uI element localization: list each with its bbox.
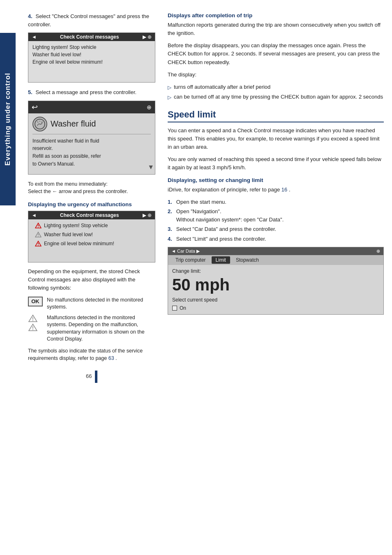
screen1-header: ◄ Check Control messages ▶ ⊕ [28, 33, 155, 41]
sub-body: iDrive, for explanation of principle, re… [168, 186, 384, 194]
step-4: 4. Select "Check Control messages" and p… [28, 12, 155, 28]
screen1-item2: Washer fluid level low! [32, 51, 151, 58]
warning-icon-1 [35, 222, 42, 229]
select-speed-label: Select current speed [172, 297, 379, 303]
speed-step-2: 2. Open "Navigation".Without navigation … [168, 207, 384, 223]
step-5-text: Select a message and press the controlle… [35, 89, 136, 95]
speed-body1: You can enter a speed and a Check Contro… [168, 127, 384, 151]
exit-text1: To exit from the menu immediately: [28, 181, 108, 187]
ok-desc: No malfunctions detected in the monitore… [47, 297, 155, 311]
bullet-arrow-2: ▷ [168, 94, 171, 101]
screen3-icons: ▶ ⊕ [143, 212, 152, 218]
screen3-mockup: ◄ Check Control messages ▶ ⊕ Lighting sy… [28, 211, 155, 263]
speed-limit-heading: Speed limit [168, 109, 384, 122]
screen1-arrow: ◄ [32, 34, 37, 40]
speed-body2: You are only warned of reaching this spe… [168, 155, 384, 172]
exit-instructions: To exit from the menu immediately: Selec… [28, 180, 155, 196]
exit-text2: Select the ← arrow and press the control… [28, 189, 128, 194]
car-data-header: ◄ Car Data ▶ ⊕ [168, 247, 383, 255]
ok-symbol: OK [28, 297, 43, 306]
speed-step-1: 1. Open the start menu. [168, 198, 384, 206]
page-bar [95, 371, 97, 383]
speed-step-3: 3. Select "Car Data" and press the contr… [168, 225, 384, 233]
service-text: The symbols also indicate the status of … [28, 347, 155, 363]
bullet-arrow-1: ▷ [168, 84, 171, 91]
speed-steps: 1. Open the start menu. 2. Open "Navigat… [168, 198, 384, 243]
screen3-body: Lighting system! Stop vehicle Washer flu… [28, 219, 155, 262]
screen1-item1: Lighting system! Stop vehicle [32, 44, 151, 51]
warn-text2: Washer fluid level low! [44, 232, 93, 237]
right-column: Displays after completion of trip Malfun… [168, 12, 384, 383]
screen2-body: Washer fluid Insufficient washer fluid i… [28, 113, 155, 174]
checkbox-row: On [172, 305, 379, 311]
service-link[interactable]: 63 [108, 355, 114, 361]
car-data-header-icon: ⊕ [376, 249, 380, 254]
washer-symbol-svg [34, 118, 46, 130]
screen2-desc3: Refill as soon as possible, refer [32, 153, 151, 160]
screen2-icon: ⊕ [147, 104, 152, 111]
symbol-row-ok: OK No malfunctions detected in the monit… [28, 297, 155, 311]
screen2-title: Washer fluid [51, 119, 96, 129]
speed-step-4: 4. Select "Limit" and press the controll… [168, 235, 384, 243]
screen2-header: ↩ ⊕ [28, 101, 155, 113]
displays-body2: Before the display disappears, you can d… [168, 41, 384, 66]
svg-point-9 [38, 236, 39, 237]
washer-icon [32, 117, 47, 131]
screen1-title: Check Control messages [60, 34, 119, 40]
svg-point-12 [38, 245, 39, 246]
step-5-num: 5. [28, 89, 32, 95]
displays-bullets: ▷ turns off automatically after a brief … [168, 83, 384, 101]
screen2-back: ↩ [32, 103, 38, 112]
warn-text3: Engine oil level below minimum! [44, 241, 114, 246]
screen3-title: Check Control messages [60, 212, 119, 218]
screen2-title-row: Washer fluid [32, 117, 151, 134]
screen2-desc1: Insufficient washer fluid in fluid [32, 138, 151, 145]
tab-stopwatch[interactable]: Stopwatch [232, 256, 263, 264]
on-label: On [180, 305, 186, 311]
on-checkbox[interactable] [172, 306, 177, 311]
car-data-title: ◄ Car Data ▶ [171, 249, 200, 254]
screen1-icons: ▶ ⊕ [143, 34, 152, 40]
car-data-body: Change limit: 50 mph Select current spee… [168, 265, 383, 314]
svg-point-6 [38, 227, 39, 228]
svg-line-2 [37, 122, 38, 122]
warn-symbols [28, 314, 43, 332]
sidebar-text: Everything under control [4, 73, 12, 166]
displays-body1: Malfunction reports generated during the… [168, 21, 384, 37]
change-limit-label: Change limit: [172, 268, 379, 274]
bullet-item-2: ▷ can be turned off at any time by press… [168, 93, 384, 101]
left-column: 4. Select "Check Control messages" and p… [28, 12, 155, 383]
step-4-num: 4. [28, 13, 32, 19]
warning-icon-2 [35, 231, 42, 238]
car-data-tabs: Trip computer Limit Stopwatch [168, 255, 383, 265]
tab-trip-computer[interactable]: Trip computer [171, 256, 210, 264]
svg-line-3 [42, 122, 42, 122]
screen1-body: Lighting system! Stop vehicle Washer flu… [28, 41, 155, 82]
warn-item2: Washer fluid level low! [32, 230, 152, 239]
warn-item3: Engine oil level below minimum! [32, 239, 152, 248]
sub-heading: Displaying, setting or changing limit [168, 177, 384, 183]
sub-link[interactable]: 16 [281, 187, 287, 193]
bullet-item-1: ▷ turns off automatically after a brief … [168, 83, 384, 91]
depending-text: Depending on the equipment, the stored C… [28, 267, 155, 292]
car-data-screen: ◄ Car Data ▶ ⊕ Trip computer Limit Stopw… [168, 247, 384, 315]
warning-icon-3 [35, 240, 42, 247]
displays-heading: Displays after completion of trip [168, 12, 384, 18]
screen3-arrow: ◄ [32, 212, 37, 218]
page-number: 66 [28, 371, 155, 383]
triangle-warn-2 [28, 323, 38, 332]
warn-item1: Lighting system! Stop vehicle [32, 221, 152, 230]
svg-point-15 [32, 320, 33, 321]
scroll-indicator: ▼ [148, 164, 154, 171]
malfunctions-heading: Displaying the urgency of malfunctions [28, 201, 155, 207]
sidebar-label: Everything under control [0, 33, 16, 205]
triangle-warn-1 [28, 314, 38, 322]
screen3-header: ◄ Check Control messages ▶ ⊕ [28, 211, 155, 219]
screen2-desc4: to Owner's Manual. [32, 161, 151, 168]
symbol-row-warn: Malfunctions detected in the monitored s… [28, 314, 155, 343]
screen2-mockup: ↩ ⊕ Washer fluid [28, 101, 155, 175]
step-4-text: Select "Check Control messages" and pres… [28, 13, 149, 28]
warn-text1: Lighting system! Stop vehicle [44, 223, 108, 228]
tab-limit[interactable]: Limit [212, 256, 230, 264]
speed-value: 50 mph [172, 276, 379, 294]
